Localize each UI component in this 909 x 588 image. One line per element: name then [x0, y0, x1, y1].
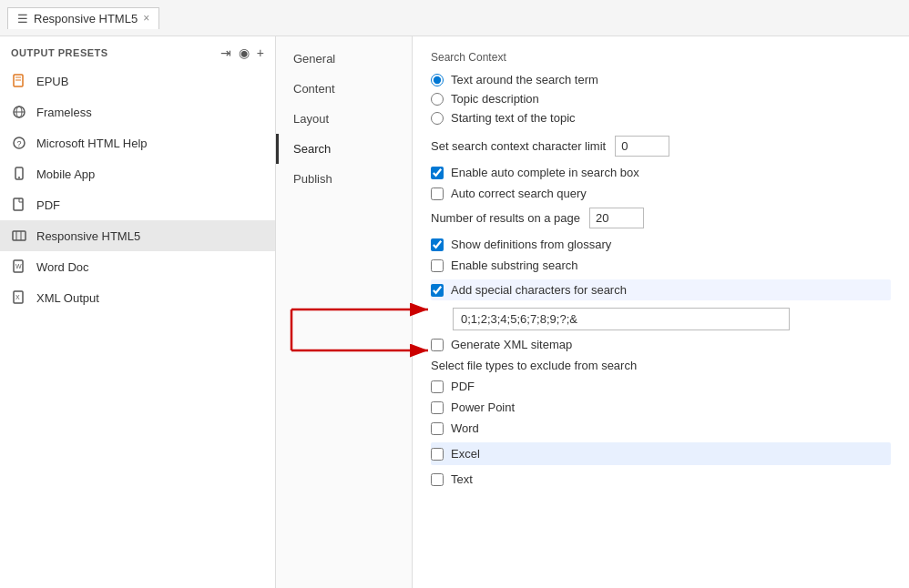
sidebar-item-word-doc-label: Word Doc [36, 260, 89, 274]
nav-item-publish[interactable]: Publish [276, 164, 412, 194]
checkbox-enable-substring-label: Enable substring search [451, 259, 577, 272]
checkbox-row-add-special-chars: Add special characters for search [431, 279, 891, 300]
nav-panel: General Content Layout Search Publish [276, 36, 413, 588]
checkbox-exclude-pdf[interactable] [431, 380, 444, 393]
sidebar: OUTPUT PRESETS ⇥ ◉ + EPUB Frameless ? [0, 36, 276, 588]
checkbox-enable-substring[interactable] [431, 259, 444, 272]
svg-text:X: X [15, 294, 20, 300]
nav-item-general[interactable]: General [276, 44, 412, 74]
char-limit-input[interactable] [615, 136, 669, 157]
svg-rect-10 [14, 198, 23, 210]
main-layout: OUTPUT PRESETS ⇥ ◉ + EPUB Frameless ? [0, 36, 909, 588]
svg-rect-11 [13, 231, 26, 240]
sidebar-item-pdf-label: PDF [36, 198, 60, 212]
sidebar-item-responsive-html5-label: Responsive HTML5 [36, 229, 140, 243]
checkbox-row-generate-xml: Generate XML sitemap [431, 338, 891, 351]
radio-text-around[interactable] [431, 74, 444, 86]
checkbox-row-exclude-powerpoint: Power Point [431, 400, 891, 414]
radio-row-topic-description: Topic description [431, 92, 891, 106]
checkbox-row-auto-complete: Enable auto complete in search box [431, 166, 891, 179]
sidebar-item-frameless-label: Frameless [36, 106, 92, 119]
sidebar-item-responsive-html5[interactable]: Responsive HTML5 [0, 220, 275, 251]
checkbox-auto-complete[interactable] [431, 167, 444, 179]
eye-icon[interactable]: ◉ [239, 46, 250, 60]
checkbox-generate-xml-label: Generate XML sitemap [451, 338, 572, 351]
radio-starting-text-label: Starting text of the topic [451, 111, 576, 125]
word-doc-icon: W [11, 259, 27, 275]
results-per-page-row: Number of results on a page [431, 208, 891, 228]
close-tab-button[interactable]: × [143, 12, 149, 25]
radio-starting-text[interactable] [431, 112, 444, 125]
checkbox-row-exclude-excel: Excel [431, 442, 891, 465]
checkbox-exclude-pdf-label: PDF [451, 380, 475, 393]
sidebar-item-epub-label: EPUB [36, 75, 68, 88]
radio-row-text-around: Text around the search term [431, 73, 891, 86]
radio-text-around-label: Text around the search term [451, 73, 598, 86]
checkbox-show-definitions[interactable] [431, 238, 444, 251]
checkbox-row-show-definitions: Show definitions from glossary [431, 238, 891, 251]
add-preset-button[interactable]: + [257, 46, 264, 60]
checkbox-row-enable-substring: Enable substring search [431, 259, 891, 272]
sidebar-item-word-doc[interactable]: W Word Doc [0, 251, 275, 282]
checkbox-exclude-excel-label: Excel [451, 447, 480, 461]
nav-item-search[interactable]: Search [276, 134, 412, 164]
tab-icon: ☰ [17, 12, 28, 25]
char-limit-row: Set search context character limit [431, 136, 891, 157]
sidebar-header-title: OUTPUT PRESETS [11, 47, 108, 58]
search-context-radio-group: Text around the search term Topic descri… [431, 73, 891, 125]
sidebar-item-pdf[interactable]: PDF [0, 189, 275, 220]
results-per-page-label: Number of results on a page [431, 211, 580, 225]
results-per-page-input[interactable] [589, 208, 644, 228]
responsive-html5-icon [11, 228, 27, 244]
char-limit-label: Set search context character limit [431, 139, 606, 153]
checkbox-row-exclude-text: Text [431, 472, 891, 486]
xml-output-icon: X [11, 289, 27, 306]
checkbox-exclude-excel[interactable] [431, 448, 444, 461]
checkbox-exclude-text[interactable] [431, 473, 444, 486]
export-icon[interactable]: ⇥ [220, 46, 231, 60]
sidebar-header-actions: ⇥ ◉ + [220, 46, 264, 60]
sidebar-header: OUTPUT PRESETS ⇥ ◉ + [0, 36, 275, 66]
checkbox-show-definitions-label: Show definitions from glossary [451, 238, 611, 251]
sidebar-item-ms-html-help[interactable]: ? Microsoft HTML Help [0, 127, 275, 158]
pdf-icon [11, 197, 27, 213]
sidebar-item-xml-output-label: XML Output [36, 291, 99, 305]
checkbox-exclude-word[interactable] [431, 422, 444, 435]
active-tab[interactable]: ☰ Responsive HTML5 × [7, 7, 159, 29]
sidebar-item-mobile-app-label: Mobile App [36, 167, 95, 181]
special-chars-input-container [431, 308, 891, 330]
special-chars-input[interactable] [453, 308, 790, 330]
nav-item-content[interactable]: Content [276, 74, 412, 104]
checkbox-auto-complete-label: Enable auto complete in search box [451, 166, 639, 179]
frameless-icon [11, 104, 27, 120]
checkbox-exclude-word-label: Word [451, 421, 479, 435]
radio-row-starting-text: Starting text of the topic [431, 111, 891, 125]
checkbox-add-special-chars-label: Add special characters for search [451, 283, 627, 297]
search-context-section-title: Search Context [431, 51, 891, 64]
epub-icon [11, 73, 27, 89]
checkbox-generate-xml[interactable] [431, 339, 444, 351]
checkbox-row-auto-correct: Auto correct search query [431, 187, 891, 200]
radio-topic-description[interactable] [431, 93, 444, 106]
sidebar-item-epub[interactable]: EPUB [0, 66, 275, 96]
mobile-app-icon [11, 166, 27, 182]
sidebar-item-xml-output[interactable]: X XML Output [0, 282, 275, 313]
checkbox-auto-correct-label: Auto correct search query [451, 187, 587, 200]
sidebar-item-ms-html-help-label: Microsoft HTML Help [36, 137, 148, 150]
checkbox-exclude-powerpoint[interactable] [431, 401, 444, 414]
nav-item-layout[interactable]: Layout [276, 104, 412, 134]
tab-title: Responsive HTML5 [34, 12, 138, 25]
sidebar-item-frameless[interactable]: Frameless [0, 96, 275, 127]
file-types-label: Select file types to exclude from search [431, 359, 891, 372]
checkbox-add-special-chars[interactable] [431, 284, 444, 297]
svg-text:?: ? [17, 139, 22, 148]
ms-html-help-icon: ? [11, 135, 27, 151]
svg-text:W: W [15, 263, 22, 269]
checkbox-row-exclude-word: Word [431, 421, 891, 435]
checkbox-exclude-text-label: Text [451, 472, 473, 486]
checkbox-auto-correct[interactable] [431, 188, 444, 200]
checkbox-row-exclude-pdf: PDF [431, 380, 891, 393]
content-area: Search Context Text around the search te… [413, 36, 909, 588]
radio-topic-description-label: Topic description [451, 92, 539, 106]
sidebar-item-mobile-app[interactable]: Mobile App [0, 158, 275, 189]
